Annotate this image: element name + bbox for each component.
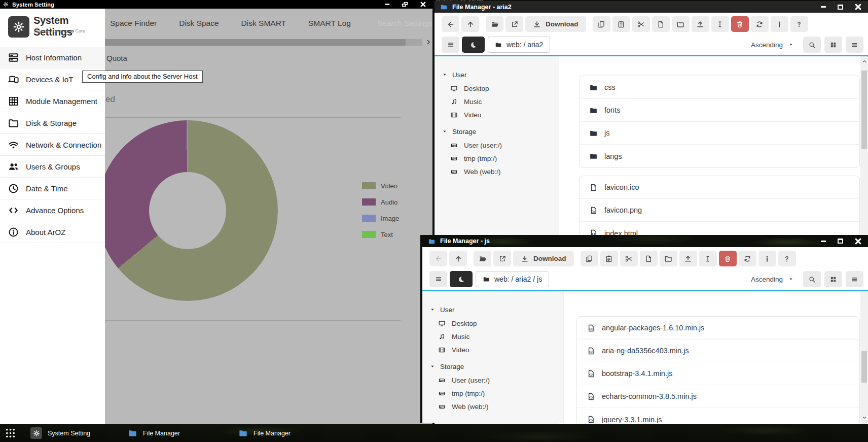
fm-sidebar-item-desktop[interactable]: Desktop [435, 82, 559, 95]
menu-button[interactable] [429, 271, 447, 287]
open-in-new-button[interactable] [493, 251, 511, 266]
fm-sidebar-item-web-web[interactable]: Web (web:/) [435, 165, 559, 178]
file-row-angular-packages-1-6-10-min-js[interactable]: angular-packages-1.6.10.min.js [577, 317, 859, 339]
close-button[interactable] [855, 238, 861, 245]
scrollbar-thumb[interactable] [105, 39, 406, 46]
legend-item-audio[interactable]: Audio [362, 194, 399, 210]
minimize-button[interactable] [821, 241, 826, 242]
open-button[interactable] [486, 16, 503, 32]
tab-disk-space[interactable]: Disk Space [179, 19, 219, 28]
sidebar-item-network-connection[interactable]: Network & Connection [0, 134, 105, 156]
back-button[interactable] [442, 16, 459, 32]
dark-mode-toggle[interactable] [450, 271, 473, 287]
minimize-button[interactable] [821, 6, 826, 8]
taskbar-item-file-manager-1[interactable]: File Manager [128, 424, 180, 442]
folder-row-js[interactable]: js [580, 122, 859, 145]
tab-smart-log[interactable]: SMART Log [308, 19, 351, 28]
fm-sidebar-item-tmp-tmp[interactable]: tmp (tmp:/) [422, 387, 563, 400]
fm-sidebar-group-user[interactable]: User [422, 302, 563, 317]
new-folder-button[interactable] [672, 16, 690, 32]
scrollbar-thumb[interactable] [861, 71, 867, 149]
cut-button[interactable] [620, 251, 638, 266]
rename-button[interactable] [711, 16, 729, 32]
up-button[interactable] [461, 16, 479, 32]
fm-sidebar-item-user-user[interactable]: User (user:/) [422, 373, 563, 387]
new-file-button[interactable] [640, 251, 658, 266]
sidebar-item-host-information[interactable]: Host Information [0, 47, 105, 69]
list-view-button[interactable] [846, 271, 863, 287]
restore-button[interactable] [402, 2, 408, 7]
fm-sidebar-item-web-web[interactable]: Web (web:/) [422, 400, 563, 413]
dark-mode-toggle[interactable] [462, 37, 485, 53]
upload-button[interactable] [679, 251, 697, 266]
file-manager-titlebar[interactable]: File Manager - aria2 [435, 1, 868, 13]
sidebar-item-module-management[interactable]: Module Management [0, 90, 105, 112]
sidebar-item-date-time[interactable]: Date & Time [0, 178, 105, 199]
delete-button[interactable] [719, 251, 737, 266]
close-button[interactable] [855, 4, 861, 10]
close-button[interactable] [420, 2, 426, 7]
sidebar-item-advance-options[interactable]: Advance Options [0, 199, 105, 221]
search-settings-input[interactable]: Search Settings... [377, 19, 439, 28]
search-button[interactable] [803, 271, 821, 287]
sort-select[interactable]: Ascending [745, 37, 800, 53]
sidebar-item-users-groups[interactable]: Users & Groups [0, 156, 105, 178]
new-folder-button[interactable] [660, 251, 677, 266]
tab-disk-smart[interactable]: Disk SMART [241, 19, 286, 28]
help-button[interactable] [778, 251, 796, 266]
scrollbar-thumb[interactable] [861, 351, 867, 383]
download-button[interactable]: Download [513, 251, 574, 266]
list-view-button[interactable] [846, 37, 863, 53]
grid-view-button[interactable] [824, 37, 842, 53]
paste-button[interactable] [612, 16, 630, 32]
folder-row-css[interactable]: css [580, 76, 859, 99]
menu-button[interactable] [442, 37, 459, 53]
fm-sidebar-group-storage[interactable]: Storage [422, 359, 563, 373]
fm-sidebar-item-tmp-tmp[interactable]: tmp (tmp:/) [435, 152, 559, 165]
fm-sidebar-item-desktop[interactable]: Desktop [422, 317, 563, 330]
scroll-up-button[interactable] [860, 57, 868, 65]
file-row-aria-ng-da5356c403-min-js[interactable]: aria-ng-da5356c403.min.js [577, 339, 859, 362]
open-button[interactable] [474, 251, 491, 266]
open-in-new-button[interactable] [505, 16, 523, 32]
copy-button[interactable] [581, 251, 598, 266]
file-row-favicon-ico[interactable]: favicon.ico [580, 176, 859, 199]
legend-item-image[interactable]: Image [362, 210, 399, 226]
file-row-bootstrap-3-4-1-min-js[interactable]: bootstrap-3.4.1.min.js [577, 362, 859, 385]
rename-button[interactable] [699, 251, 717, 266]
copy-button[interactable] [593, 16, 610, 32]
fm-sidebar-item-music[interactable]: Music [435, 95, 559, 108]
file-row-favicon-png[interactable]: favicon.png [580, 199, 859, 222]
upload-button[interactable] [692, 16, 709, 32]
file-row-echarts-common-3-8-5-min-js[interactable]: echarts-common-3.8.5.min.js [577, 385, 859, 408]
app-launcher-button[interactable] [5, 427, 16, 439]
fm-sidebar-group-storage[interactable]: Storage [435, 124, 559, 139]
refresh-button[interactable] [751, 16, 769, 32]
taskbar-item-system-setting-0[interactable]: System Setting [30, 424, 90, 442]
fm-sidebar-item-video[interactable]: Video [435, 108, 559, 121]
file-row-jquery-3-3-1-min-js[interactable]: jquery-3.3.1.min.js [577, 408, 859, 423]
minimize-button[interactable] [385, 4, 390, 5]
breadcrumb[interactable]: web: / aria2 [488, 37, 550, 53]
up-button[interactable] [449, 251, 467, 266]
legend-item-text[interactable]: Text [362, 226, 399, 243]
fm-sidebar-group-user[interactable]: User [435, 67, 559, 82]
tab-space-finder[interactable]: Space Finder [110, 19, 157, 28]
maximize-button[interactable] [838, 5, 843, 10]
refresh-button[interactable] [739, 251, 756, 266]
breadcrumb[interactable]: web: / aria2 / js [476, 271, 549, 287]
properties-button[interactable] [771, 16, 788, 32]
sort-select[interactable]: Ascending [745, 271, 800, 287]
delete-button[interactable] [731, 16, 749, 32]
file-manager-titlebar[interactable]: File Manager - js [422, 235, 868, 247]
chevron-right-icon[interactable] [425, 39, 431, 45]
folder-row-langs[interactable]: langs [580, 145, 859, 167]
search-button[interactable] [803, 37, 821, 53]
cut-button[interactable] [632, 16, 650, 32]
legend-item-video[interactable]: Video [362, 178, 399, 194]
properties-button[interactable] [758, 251, 776, 266]
sidebar-item-disk-storage[interactable]: Disk & Storage [0, 112, 105, 134]
taskbar-item-file-manager-2[interactable]: File Manager [238, 424, 291, 442]
grid-view-button[interactable] [824, 271, 842, 287]
fm-sidebar-item-user-user[interactable]: User (user:/) [435, 139, 559, 152]
